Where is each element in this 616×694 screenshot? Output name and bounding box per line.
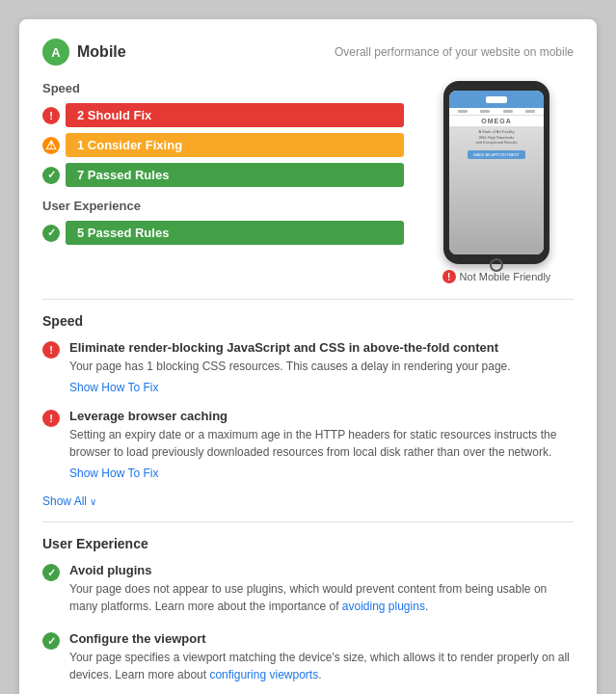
phone-inner: OMEGA A State of Art FacilityWith High S…: [449, 91, 544, 254]
divider-2: [42, 521, 574, 522]
ue-passed-pill: 5 Passed Rules: [66, 221, 404, 245]
page-title: Mobile: [77, 43, 126, 61]
phone-logo: OMEGA: [449, 116, 544, 126]
should-fix-icon: !: [42, 107, 60, 124]
render-blocking-icon: !: [42, 341, 60, 359]
phone-nav: [449, 108, 544, 116]
consider-fixing-icon: ⚠: [42, 137, 60, 154]
speed-details: Speed ! Eliminate render-blocking JavaSc…: [42, 313, 574, 508]
speed-summary-label: Speed: [42, 81, 404, 95]
avoid-plugins-link[interactable]: avoiding plugins: [342, 600, 425, 613]
header: A Mobile Overall performance of your web…: [42, 39, 574, 66]
rule-item-render-blocking: ! Eliminate render-blocking JavaScript a…: [42, 340, 574, 395]
phone-cta: MAKE AN APPOINTMENT: [468, 150, 525, 159]
configure-viewport-content: Configure the viewport Your page specifi…: [69, 631, 574, 686]
phone-hero-text: A State of Art FacilityWith High Standar…: [473, 126, 521, 148]
ue-passed-icon: ✓: [42, 225, 60, 242]
speed-show-all[interactable]: Show All ∨: [42, 494, 574, 508]
main-card: A Mobile Overall performance of your web…: [19, 19, 597, 694]
render-blocking-desc: Your page has 1 blocking CSS resources. …: [69, 358, 574, 375]
avatar: A: [42, 39, 69, 66]
should-fix-bar: ! 2 Should Fix: [42, 103, 404, 127]
speed-details-title: Speed: [42, 313, 574, 329]
consider-fixing-pill: 1 Consider Fixing: [66, 133, 404, 157]
phone-topbar-btn: [486, 96, 507, 103]
ue-summary-label: User Experience: [42, 199, 404, 213]
not-mobile-icon: !: [442, 270, 456, 283]
configure-viewport-icon: ✓: [42, 632, 60, 650]
not-mobile-text: Not Mobile Friendly: [460, 271, 551, 282]
speed-chevron-icon: ∨: [90, 496, 96, 507]
avoid-plugins-desc: Your page does not appear to use plugins…: [69, 580, 574, 615]
ue-details: User Experience ✓ Avoid plugins Your pag…: [42, 536, 574, 694]
avoid-plugins-title: Avoid plugins: [69, 563, 574, 577]
header-subtitle: Overall performance of your website on m…: [335, 45, 574, 59]
phone-screen: OMEGA A State of Art FacilityWith High S…: [449, 91, 544, 254]
browser-caching-title: Leverage browser caching: [69, 409, 574, 423]
avoid-plugins-content: Avoid plugins Your page does not appear …: [69, 563, 574, 618]
render-blocking-title: Eliminate render-blocking JavaScript and…: [69, 340, 574, 355]
ue-summary: User Experience ✓ 5 Passed Rules: [42, 199, 404, 245]
divider-1: [42, 299, 574, 300]
phone-hero: A State of Art FacilityWith High Standar…: [449, 126, 544, 254]
summary-row: Speed ! 2 Should Fix ⚠ 1 Consider Fixing…: [42, 81, 574, 283]
ue-passed-bar: ✓ 5 Passed Rules: [42, 221, 404, 245]
header-left: A Mobile: [42, 39, 126, 66]
summary-left: Speed ! 2 Should Fix ⚠ 1 Consider Fixing…: [42, 81, 404, 283]
avoid-plugins-icon: ✓: [42, 564, 60, 581]
browser-caching-link[interactable]: Show How To Fix: [69, 467, 158, 480]
phone-mockup: OMEGA A State of Art FacilityWith High S…: [443, 81, 549, 264]
should-fix-pill: 2 Should Fix: [66, 103, 404, 127]
render-blocking-link[interactable]: Show How To Fix: [69, 381, 158, 394]
configure-viewport-desc: Your page specifies a viewport matching …: [69, 649, 574, 683]
consider-fixing-bar: ⚠ 1 Consider Fixing: [42, 133, 404, 157]
configure-viewport-title: Configure the viewport: [69, 631, 574, 646]
phone-topbar: [449, 91, 544, 108]
passed-bar: ✓ 7 Passed Rules: [42, 163, 404, 187]
passed-icon: ✓: [42, 167, 60, 184]
browser-caching-content: Leverage browser caching Setting an expi…: [69, 409, 574, 481]
not-mobile-label-row: ! Not Mobile Friendly: [442, 270, 551, 283]
phone-home-button: [490, 258, 503, 272]
browser-caching-desc: Setting an expiry date or a maximum age …: [69, 426, 574, 461]
ue-details-title: User Experience: [42, 536, 574, 551]
passed-pill: 7 Passed Rules: [66, 163, 404, 187]
rule-item-browser-caching: ! Leverage browser caching Setting an ex…: [42, 409, 574, 481]
configure-viewport-link[interactable]: configuring viewports: [209, 668, 318, 681]
rule-item-avoid-plugins: ✓ Avoid plugins Your page does not appea…: [42, 563, 574, 618]
phone-container: OMEGA A State of Art FacilityWith High S…: [419, 81, 574, 283]
browser-caching-icon: !: [42, 410, 60, 427]
rule-item-configure-viewport: ✓ Configure the viewport Your page speci…: [42, 631, 574, 686]
render-blocking-content: Eliminate render-blocking JavaScript and…: [69, 340, 574, 395]
